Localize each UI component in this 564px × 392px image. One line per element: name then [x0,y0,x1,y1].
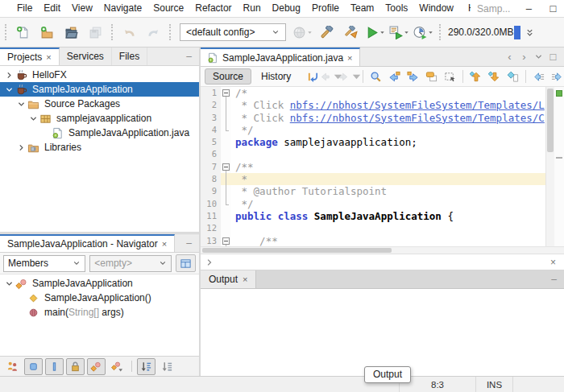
menu-profile[interactable]: Profile [306,0,345,17]
minimize-output-button[interactable]: – [544,270,564,288]
scroll-tabs-left-button[interactable]: ‹ [503,51,516,63]
show-static-members-button[interactable] [45,358,64,375]
chevron-down-icon[interactable] [15,100,27,109]
code-line[interactable]: 12 [201,222,545,234]
minimize-projects-button[interactable]: – [179,47,199,65]
scroll-tabs-right-button[interactable]: › [517,51,531,63]
rectangular-selection-button[interactable] [441,68,459,85]
tab-files[interactable]: Files [112,47,147,65]
menu-run[interactable]: Run [238,0,267,17]
chevron-down-icon[interactable] [27,114,39,123]
document-list-button[interactable] [532,52,545,61]
close-icon[interactable]: × [243,274,247,284]
code-fold-icon[interactable] [221,87,231,99]
show-fields-button[interactable] [24,358,43,375]
menu-tools[interactable]: Tools [379,0,413,17]
build-project-button[interactable] [316,22,338,43]
menu-help[interactable]: Help [462,0,471,17]
menu-file[interactable]: File [11,0,38,17]
previous-bookmark-button[interactable] [467,68,485,85]
tree-item[interactable]: SampleJavaApplication() [0,291,199,305]
code-link[interactable]: nbfs://nbhost/SystemFileSystem/Templates… [290,112,545,124]
source-view-button[interactable]: Source [205,68,251,85]
tree-item[interactable]: Source Packages [0,97,199,111]
code-line[interactable]: 8 * [201,173,545,185]
redo-button[interactable] [143,22,164,43]
memory-indicator[interactable]: 290.0/320.0MB [448,26,520,39]
find-previous-occurrence-button[interactable] [385,68,404,85]
save-all-button[interactable] [85,22,106,43]
find-selection-button[interactable] [367,68,385,85]
chevron-right-icon[interactable] [15,143,27,152]
toolbar-overflow-button[interactable] [525,28,534,37]
tab-services[interactable]: Services [60,47,112,65]
code-area[interactable]: 1/*2 * Click nbfs://nbhost/SystemFileSys… [201,87,545,246]
code-line[interactable]: 13 /** [201,235,545,246]
filter-combo[interactable]: <empty> [89,255,172,272]
tree-item[interactable]: HelloFX [0,68,199,82]
menu-navigate[interactable]: Navigate [98,0,147,17]
shift-left-button[interactable] [529,68,548,85]
menu-window[interactable]: Window [413,0,459,17]
code-line[interactable]: 2 * Click nbfs://nbhost/SystemFileSystem… [201,99,545,111]
chevron-down-icon[interactable] [3,279,15,288]
tree-item[interactable]: SampleJavaApplication.java [0,126,199,140]
tree-item[interactable]: SampleJavaApplication [0,82,199,97]
debug-project-button[interactable] [388,22,410,43]
sort-by-source-button[interactable] [158,358,176,375]
history-view-button[interactable]: History [254,69,298,84]
code-fold-icon[interactable] [221,235,231,246]
menu-source[interactable]: Source [147,0,189,17]
menu-refactor[interactable]: Refactor [189,0,237,17]
profile-project-button[interactable] [413,22,434,43]
code-fold-icon[interactable] [221,161,231,173]
open-project-button[interactable] [60,22,82,43]
menu-team[interactable]: Team [345,0,379,17]
menu-edit[interactable]: Edit [38,0,66,17]
new-file-button[interactable] [12,22,34,43]
close-icon[interactable]: × [347,53,352,63]
close-icon[interactable]: × [46,52,51,62]
code-line[interactable]: 10 */ [201,198,545,210]
show-non-public-members-button[interactable] [66,358,85,375]
code-line[interactable]: 9 * @author Tutorialspoint [201,185,545,197]
maximize-editor-button[interactable]: □ [546,51,560,63]
chevron-down-icon[interactable] [3,85,15,94]
tab-samplejavaapplication-java[interactable]: SampleJavaApplication.java × [201,47,360,66]
close-breadcrumb-button[interactable]: × [546,257,560,268]
tree-item[interactable]: main(String[] args) [0,305,199,320]
config-combo[interactable]: <default config> [180,23,286,41]
scrollbar-thumb[interactable] [202,248,392,253]
minimize-window-button[interactable]: – [516,0,541,17]
tree-item[interactable]: Libraries [0,140,199,155]
code-line[interactable]: 3 * Click nbfs://nbhost/SystemFileSystem… [201,112,545,124]
menu-debug[interactable]: Debug [267,0,306,17]
tab-navigator[interactable]: SampleJavaApplication - Navigator × [0,234,175,252]
code-line[interactable]: 5package samplejavaapplication; [201,136,545,148]
open-javadoc-window-button[interactable] [176,254,196,272]
scrollbar-thumb[interactable] [547,89,554,152]
shift-right-button[interactable] [548,68,564,85]
code-line[interactable]: 7/** [201,161,545,173]
web-browser-button[interactable] [292,22,313,43]
run-project-button[interactable] [364,22,386,43]
sort-by-name-button[interactable] [137,358,156,375]
toggle-bookmark-button[interactable] [504,68,522,85]
code-line[interactable]: 11public class SampleJavaApplication { [201,210,545,222]
close-icon[interactable]: × [162,239,167,249]
members-combo[interactable]: Members [3,255,85,272]
tab-output[interactable]: Output × [201,270,256,288]
tree-item[interactable]: SampleJavaApplication [0,276,199,291]
clean-build-project-button[interactable] [340,22,362,43]
minimize-navigator-button[interactable]: – [179,234,199,252]
code-link[interactable]: nbfs://nbhost/SystemFileSystem/Templates… [290,99,545,111]
tab-projects[interactable]: Projects× [0,47,60,65]
maximize-window-button[interactable]: □ [541,0,564,17]
code-line[interactable]: 6 [201,148,545,160]
next-bookmark-button[interactable] [485,68,504,85]
forward-button[interactable] [341,68,359,85]
code-line[interactable]: 4 */ [201,124,545,136]
editor-vertical-scrollbar[interactable] [545,87,554,246]
undo-button[interactable] [118,22,140,43]
output-panel[interactable] [201,289,564,376]
